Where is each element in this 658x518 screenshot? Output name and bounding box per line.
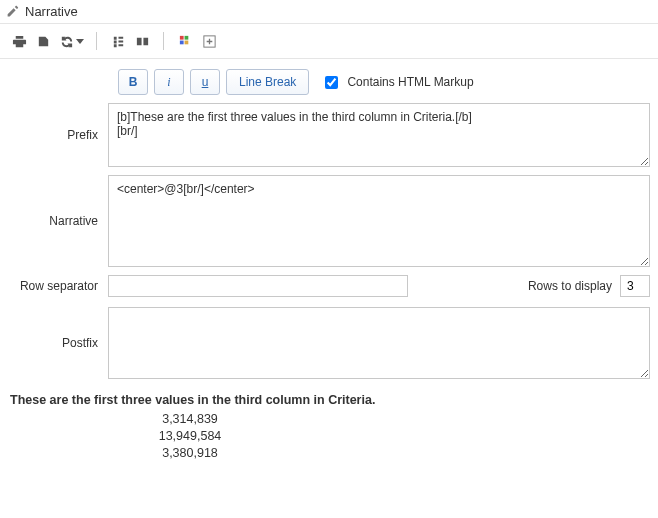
rows-to-display-input[interactable] xyxy=(620,275,650,297)
contains-html-label: Contains HTML Markup xyxy=(347,75,473,89)
row-separator-label: Row separator xyxy=(8,279,108,293)
preview-values: 3,314,839 13,949,584 3,380,918 xyxy=(10,411,370,462)
format-toolbar: B i u Line Break Contains HTML Markup xyxy=(118,69,650,95)
pencil-icon xyxy=(6,5,19,18)
prefix-row: Prefix xyxy=(8,103,650,167)
svg-rect-1 xyxy=(184,35,188,39)
preview-value: 3,380,918 xyxy=(10,445,370,462)
preview-title: These are the first three values in the … xyxy=(10,393,648,407)
separator xyxy=(163,32,164,50)
postfix-input[interactable] xyxy=(108,307,650,379)
row-separator-row: Row separator Rows to display xyxy=(8,275,650,297)
refresh-icon[interactable] xyxy=(56,30,86,52)
export-icon[interactable] xyxy=(32,30,54,52)
panel-title: Narrative xyxy=(25,4,78,19)
narrative-label: Narrative xyxy=(8,175,108,267)
preview-value: 13,949,584 xyxy=(10,428,370,445)
grid-icon[interactable] xyxy=(174,30,196,52)
svg-rect-0 xyxy=(179,35,183,39)
postfix-row: Postfix xyxy=(8,307,650,379)
preview-area: These are the first three values in the … xyxy=(8,387,650,472)
svg-rect-3 xyxy=(184,40,188,44)
svg-rect-2 xyxy=(179,40,183,44)
prefix-label: Prefix xyxy=(8,103,108,167)
linebreak-button[interactable]: Line Break xyxy=(226,69,309,95)
form-panel: B i u Line Break Contains HTML Markup Pr… xyxy=(0,59,658,482)
postfix-label: Postfix xyxy=(8,307,108,379)
print-icon[interactable] xyxy=(8,30,30,52)
separator xyxy=(96,32,97,50)
toolbar xyxy=(0,24,658,59)
panel-header: Narrative xyxy=(0,0,658,24)
add-icon[interactable] xyxy=(198,30,220,52)
bold-button[interactable]: B xyxy=(118,69,148,95)
rows-to-display-label: Rows to display xyxy=(528,279,612,293)
preview-value: 3,314,839 xyxy=(10,411,370,428)
contains-html-checkbox[interactable] xyxy=(325,76,338,89)
contains-html-wrap[interactable]: Contains HTML Markup xyxy=(321,73,473,92)
align-icon[interactable] xyxy=(107,30,129,52)
underline-button[interactable]: u xyxy=(190,69,220,95)
narrative-row: Narrative xyxy=(8,175,650,267)
italic-button[interactable]: i xyxy=(154,69,184,95)
narrative-input[interactable] xyxy=(108,175,650,267)
row-separator-input[interactable] xyxy=(108,275,408,297)
fit-icon[interactable] xyxy=(131,30,153,52)
prefix-input[interactable] xyxy=(108,103,650,167)
chevron-down-icon xyxy=(76,39,84,44)
